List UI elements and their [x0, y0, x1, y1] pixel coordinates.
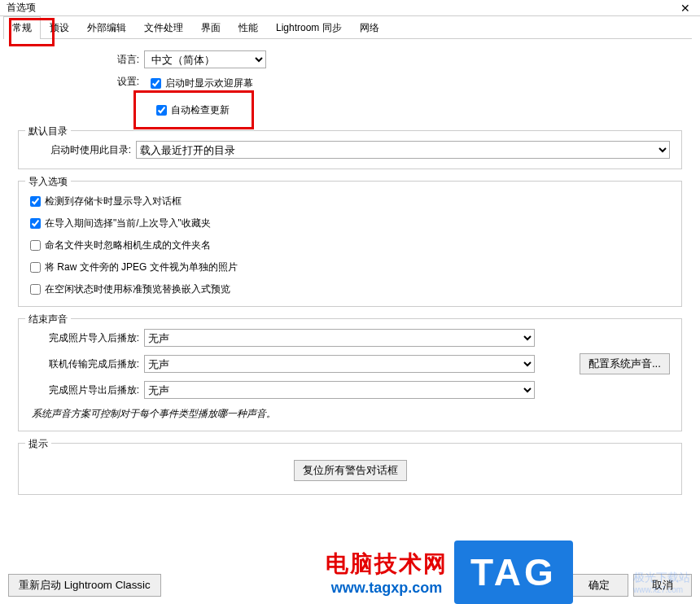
show-splash-checkbox[interactable]	[151, 78, 161, 89]
import-options-fieldset: 导入选项 检测到存储卡时显示导入对话框 在导入期间选择"当前/上次导入"收藏夹 …	[18, 181, 682, 307]
restart-lightroom-button[interactable]: 重新启动 Lightroom Classic	[8, 574, 161, 597]
completion-sounds-legend: 结束声音	[25, 313, 71, 326]
cancel-button[interactable]: 取消	[633, 574, 692, 597]
import-opt-2-label: 命名文件夹时忽略相机生成的文件夹名	[45, 239, 211, 252]
language-label: 语言:	[18, 53, 144, 67]
sound-tether-label: 联机传输完成后播放:	[30, 357, 144, 371]
import-opt-4-checkbox[interactable]	[30, 284, 41, 295]
completion-sounds-fieldset: 结束声音 完成照片导入后播放: 无声 联机传输完成后播放: 无声 配置系统声音.…	[18, 318, 682, 431]
import-opt-1-label: 在导入期间选择"当前/上次导入"收藏夹	[45, 217, 211, 230]
import-opt-4-label: 在空闲状态时使用标准预览替换嵌入式预览	[45, 282, 230, 296]
default-catalog-legend: 默认目录	[25, 125, 71, 138]
tab-performance[interactable]: 性能	[230, 16, 267, 39]
tab-network[interactable]: 网络	[351, 16, 388, 39]
close-icon[interactable]: ✕	[676, 2, 695, 15]
sound-import-label: 完成照片导入后播放:	[30, 331, 144, 345]
sound-import-select[interactable]: 无声	[144, 329, 535, 347]
tab-presets[interactable]: 预设	[41, 16, 78, 39]
auto-update-label: 自动检查更新	[171, 103, 230, 117]
tab-interface[interactable]: 界面	[192, 16, 230, 39]
language-select[interactable]: 中文（简体）	[144, 50, 266, 68]
prompts-legend: 提示	[25, 437, 51, 451]
auto-update-checkbox[interactable]	[156, 105, 167, 116]
reset-warnings-button[interactable]: 复位所有警告对话框	[294, 460, 407, 481]
import-opt-1-checkbox[interactable]	[30, 218, 41, 229]
configure-sounds-button[interactable]: 配置系统声音...	[580, 353, 670, 374]
default-catalog-fieldset: 默认目录 启动时使用此目录: 载入最近打开的目录	[18, 130, 682, 169]
tab-external-editing[interactable]: 外部编辑	[78, 16, 135, 39]
sound-export-select[interactable]: 无声	[144, 381, 535, 399]
import-opt-0-checkbox[interactable]	[30, 196, 41, 207]
tab-lightroom-sync[interactable]: Lightroom 同步	[267, 16, 351, 39]
ok-button[interactable]: 确定	[570, 574, 628, 597]
tab-file-handling[interactable]: 文件处理	[135, 16, 192, 39]
sound-tether-select[interactable]: 无声	[144, 355, 535, 373]
import-opt-3-label: 将 Raw 文件旁的 JPEG 文件视为单独的照片	[45, 260, 238, 274]
show-splash-label: 启动时显示欢迎屏幕	[165, 77, 253, 90]
startup-catalog-label: 启动时使用此目录:	[30, 143, 136, 157]
prompts-fieldset: 提示 复位所有警告对话框	[18, 443, 682, 495]
sound-export-label: 完成照片导出后播放:	[30, 383, 144, 397]
startup-catalog-select[interactable]: 载入最近打开的目录	[136, 141, 670, 159]
import-opt-2-checkbox[interactable]	[30, 240, 41, 251]
tab-general[interactable]: 常规	[3, 16, 41, 39]
sound-hint: 系统声音方案可控制对于每个事件类型播放哪一种声音。	[30, 405, 670, 421]
tabs: 常规 预设 外部编辑 文件处理 界面 性能 Lightroom 同步 网络	[0, 16, 700, 39]
import-options-legend: 导入选项	[25, 175, 71, 189]
import-opt-3-checkbox[interactable]	[30, 262, 41, 273]
import-opt-0-label: 检测到存储卡时显示导入对话框	[45, 195, 182, 208]
settings-label: 设置:	[18, 75, 144, 89]
window-title: 首选项	[7, 1, 676, 15]
